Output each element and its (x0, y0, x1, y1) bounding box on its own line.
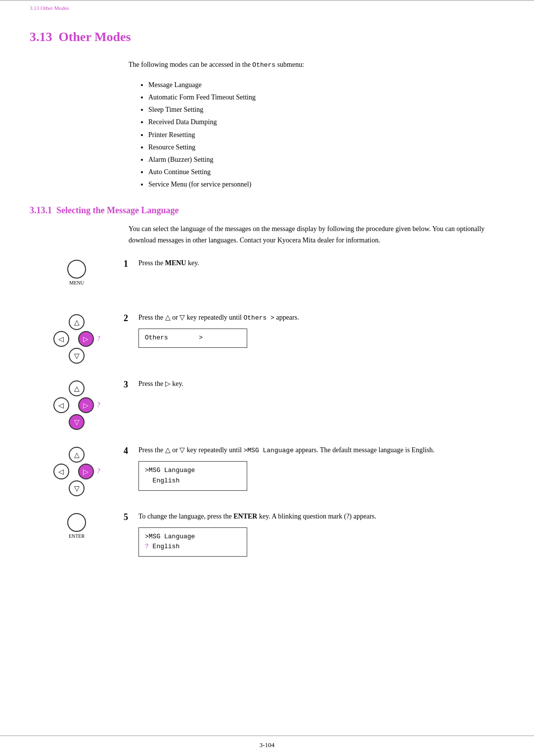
menu-key-icon: MENU (67, 260, 86, 285)
list-item: Sleep Timer Setting (148, 103, 504, 116)
step-2-content: Press the △ or ▽ key repeatedly until Ot… (138, 312, 504, 348)
menu-circle (67, 260, 86, 279)
step-4-number: 4 (124, 445, 138, 456)
step-5-number: 5 (124, 511, 138, 522)
step-4-icon-col: △ ◁ ▷ ? ▽ (30, 445, 124, 496)
step-3-icon-col: △ ◁ ▷ ? ▽ (30, 378, 124, 430)
subsection-number: 3.13.1 (30, 205, 52, 215)
up-key: △ (69, 314, 85, 330)
step-2-text: Press the △ or ▽ key repeatedly until Ot… (138, 312, 504, 324)
enter-circle (67, 513, 86, 532)
list-item: Resource Setting (148, 141, 504, 153)
up-key-3: △ (69, 380, 85, 396)
down-key-3: ▽ (69, 414, 85, 430)
step-5-icon-col: ENTER (30, 511, 124, 539)
subsection-title: 3.13.1 Selecting the Message Language (30, 205, 504, 216)
question-mark: ? (97, 335, 100, 343)
step-1-content: Press the MENU key. (138, 258, 504, 274)
step-2-row: △ ◁ ▷ ? ▽ 2 Press the △ or ▽ key rep (30, 312, 504, 364)
intro-text-before: The following modes can be accessed in t… (129, 61, 252, 68)
section-heading: Other Modes (59, 30, 131, 44)
section-title: 3.13 Other Modes (30, 30, 504, 45)
step-5-content: To change the language, press the ENTER … (138, 511, 504, 557)
step-3-text: Press the ▷ key. (138, 378, 504, 389)
subsection-intro: You can select the language of the messa… (129, 224, 504, 246)
left-key-4: ◁ (53, 464, 69, 479)
page-number: 3-104 (0, 741, 534, 749)
page: 3.13 Other Modes 3.13 Other Modes The fo… (0, 0, 534, 756)
list-item: Automatic Form Feed Timeout Setting (148, 91, 504, 103)
step-4-row: △ ◁ ▷ ? ▽ 4 Press the △ or ▽ key rep (30, 445, 504, 496)
question-mark-4: ? (97, 468, 100, 475)
step-2-number: 2 (124, 312, 138, 324)
step-4-content: Press the △ or ▽ key repeatedly until >M… (138, 445, 504, 490)
down-key-4: ▽ (69, 480, 85, 496)
subsection-heading: Selecting the Message Language (56, 205, 178, 215)
down-key: ▽ (69, 348, 85, 364)
up-key-4: △ (69, 447, 85, 463)
bottom-rule (0, 735, 534, 736)
question-mark-3: ? (97, 401, 100, 409)
intro-text-after: submenu: (275, 61, 304, 68)
list-item: Service Menu (for service personnel) (148, 178, 504, 190)
left-key-3: ◁ (53, 397, 69, 413)
breadcrumb: 3.13 Other Modes (0, 1, 534, 15)
step-3-row: △ ◁ ▷ ? ▽ 3 Press the ▷ key. (30, 378, 504, 430)
feature-list: Message Language Automatic Form Feed Tim… (148, 79, 504, 191)
step-5-display: >MSG Language ? English (138, 527, 247, 557)
list-item: Auto Continue Setting (148, 166, 504, 178)
list-item: Received Data Dumping (148, 116, 504, 128)
nav-key-icon-3: △ ◁ ▷ ? ▽ (53, 380, 100, 430)
step-3-number: 3 (124, 378, 138, 390)
list-item: Printer Resetting (148, 129, 504, 141)
right-key-highlight: ▷ (78, 331, 94, 347)
step-4-text: Press the △ or ▽ key repeatedly until >M… (138, 445, 504, 456)
step-2-icon-col: △ ◁ ▷ ? ▽ (30, 312, 124, 364)
step-1-icon-col: MENU (30, 258, 124, 285)
nav-key-icon-2: △ ◁ ▷ ? ▽ (53, 314, 100, 364)
right-key-3-highlight: ▷ (78, 397, 94, 413)
step-1-number: 1 (124, 258, 138, 269)
step-5-text: To change the language, press the ENTER … (138, 511, 504, 522)
step-4-display: >MSG Language English (138, 461, 247, 491)
intro-paragraph: The following modes can be accessed in t… (129, 59, 504, 71)
list-item: Alarm (Buzzer) Setting (148, 153, 504, 166)
step-2-display: Others > (138, 329, 247, 348)
section-number: 3.13 (30, 30, 52, 44)
step-5-row: ENTER 5 To change the language, press th… (30, 511, 504, 557)
nav-key-icon-4: △ ◁ ▷ ? ▽ (53, 447, 100, 496)
intro-code: Others (252, 61, 275, 69)
main-content: 3.13 Other Modes The following modes can… (0, 15, 534, 611)
list-item: Message Language (148, 79, 504, 91)
left-key: ◁ (53, 331, 69, 347)
right-key-4-highlight: ▷ (78, 464, 94, 479)
enter-key-icon: ENTER (67, 513, 86, 539)
step-1-row: MENU 1 Press the MENU key. (30, 258, 504, 297)
blink-cursor: ? (145, 543, 149, 550)
step-3-content: Press the ▷ key. (138, 378, 504, 394)
step-1-text: Press the MENU key. (138, 258, 504, 269)
